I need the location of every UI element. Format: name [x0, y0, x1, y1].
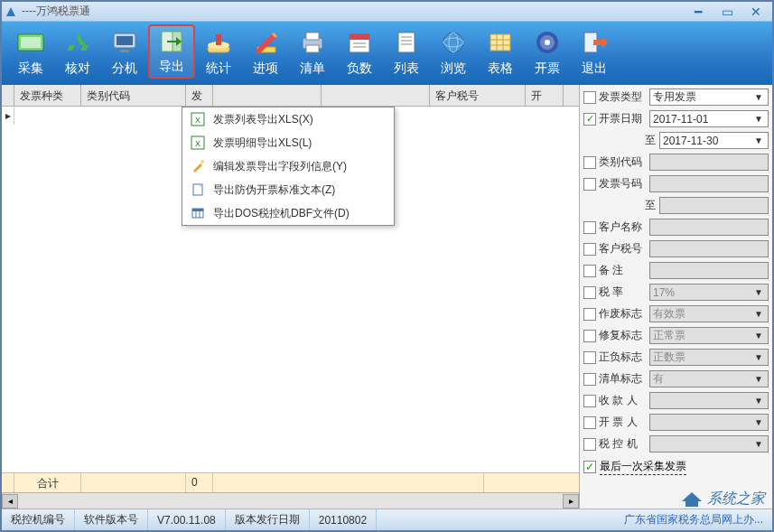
house-icon — [680, 490, 704, 509]
filter-field[interactable]: 正常票▼ — [649, 327, 769, 344]
menu-export-dos-dbf[interactable]: 导出DOS税控机DBF文件(D) — [182, 201, 394, 225]
titlebar: ----万鸿税票通 ━ ▭ ✕ — [2, 2, 772, 22]
filter-checkbox[interactable] — [583, 351, 596, 364]
filter-field[interactable] — [659, 197, 769, 214]
menu-edit-export-fields[interactable]: 编辑发票导出字段列信息(Y) — [182, 154, 394, 178]
filter-checkbox[interactable]: ✓ — [583, 113, 596, 126]
wand-icon — [190, 158, 206, 174]
filter-row: ✓开票日期2017-11-01▼ — [583, 108, 769, 129]
toolbar-invoice[interactable]: 开票 — [524, 24, 571, 79]
toolbar-stats[interactable]: 统计 — [195, 24, 242, 79]
toolbar-branch[interactable]: 分机 — [101, 24, 148, 79]
filter-field[interactable]: 专用发票▼ — [649, 89, 769, 106]
toolbar-export[interactable]: 导出 — [148, 24, 195, 79]
close-button[interactable]: ✕ — [743, 5, 769, 19]
menu-export-detail-xls[interactable]: X发票明细导出XLS(L) — [182, 131, 394, 154]
filter-checkbox[interactable] — [583, 330, 596, 342]
toolbar-input[interactable]: 进项 — [242, 24, 289, 79]
col-kai[interactable]: 开 — [526, 85, 564, 106]
toolbar-table[interactable]: 列表 — [383, 24, 430, 79]
dropdown-arrow-icon[interactable]: ▼ — [752, 287, 765, 297]
filter-field[interactable]: 17%▼ — [649, 284, 769, 301]
toolbar-verify[interactable]: 核对 — [54, 24, 101, 79]
grid-body[interactable]: ▸ X发票列表导出XLS(X) X发票明细导出XLS(L) 编辑发票导出字段列信… — [2, 107, 579, 472]
watermark: 系统之家 — [680, 490, 765, 509]
table-icon — [190, 205, 206, 221]
filter-label: 清单标志 — [599, 371, 649, 387]
filter-field[interactable]: ▼ — [649, 414, 769, 431]
filter-field[interactable] — [649, 154, 769, 171]
toolbar-negative[interactable]: 负数 — [336, 24, 383, 79]
col-customer-tax[interactable]: 客户税号 — [430, 85, 526, 106]
dropdown-arrow-icon[interactable]: ▼ — [752, 331, 765, 341]
filter-row: 至 — [583, 195, 769, 216]
filter-row: 修复标志正常票▼ — [583, 325, 769, 346]
scroll-right-button[interactable]: ▸ — [563, 494, 579, 509]
filter-field[interactable]: 有▼ — [649, 370, 769, 387]
filter-label: 客户税号 — [599, 241, 649, 257]
filter-checkbox[interactable] — [583, 243, 596, 256]
filter-field[interactable]: 2017-11-30▼ — [659, 132, 769, 149]
minimize-button[interactable]: ━ — [685, 5, 711, 19]
footer-marker — [2, 473, 14, 492]
maximize-button[interactable]: ▭ — [714, 5, 740, 19]
filter-checkbox[interactable] — [583, 373, 596, 386]
last-collect-row: ✓最后一次采集发票 — [583, 459, 769, 475]
filter-field[interactable]: 有效票▼ — [649, 305, 769, 322]
filter-row: 客户名称 — [583, 217, 769, 238]
filter-field[interactable]: 2017-11-01▼ — [649, 110, 769, 127]
filter-field[interactable]: ▼ — [649, 435, 769, 453]
col-blank1[interactable] — [213, 85, 322, 106]
filter-field[interactable] — [649, 240, 769, 257]
col-blank2[interactable] — [322, 85, 430, 106]
dropdown-arrow-icon[interactable]: ▼ — [752, 309, 765, 319]
dropdown-arrow-icon[interactable]: ▼ — [752, 396, 765, 406]
filter-checkbox[interactable] — [583, 156, 596, 169]
scroll-left-button[interactable]: ◂ — [2, 494, 18, 509]
last-collect-checkbox[interactable]: ✓ — [583, 461, 596, 473]
toolbar-browse[interactable]: 浏览 — [430, 24, 477, 79]
filter-checkbox[interactable] — [583, 416, 596, 429]
svg-rect-16 — [350, 34, 369, 40]
toolbar-list[interactable]: 清单 — [289, 24, 336, 79]
dropdown-arrow-icon[interactable]: ▼ — [752, 135, 765, 145]
filter-checkbox[interactable] — [583, 286, 596, 299]
filter-row: 备 注 — [583, 260, 769, 281]
filter-checkbox[interactable] — [583, 178, 596, 191]
row-marker-header — [2, 85, 14, 106]
menu-export-antifake-text[interactable]: 导出防伪开票标准文本(Z) — [182, 178, 394, 201]
filter-checkbox[interactable] — [583, 395, 596, 407]
horizontal-scrollbar[interactable]: ◂ ▸ — [2, 492, 579, 509]
filter-checkbox[interactable] — [583, 91, 596, 104]
dropdown-arrow-icon[interactable]: ▼ — [752, 374, 765, 384]
toolbar-exit[interactable]: 退出 — [571, 24, 618, 79]
status-right-link[interactable]: 广东省国家税务总局网上办... — [615, 509, 772, 530]
scroll-track[interactable] — [18, 494, 563, 509]
svg-rect-14 — [306, 45, 319, 52]
toolbar-collect[interactable]: 采集 — [7, 24, 54, 79]
filter-checkbox[interactable] — [583, 438, 596, 451]
filter-field[interactable]: 正数票▼ — [649, 349, 769, 366]
filter-checkbox[interactable] — [583, 221, 596, 234]
dropdown-arrow-icon[interactable]: ▼ — [752, 114, 765, 124]
col-fa[interactable]: 发 — [186, 85, 213, 106]
dropdown-arrow-icon[interactable]: ▼ — [752, 439, 765, 449]
col-category-code[interactable]: 类别代码 — [81, 85, 186, 106]
filter-field[interactable]: ▼ — [649, 392, 769, 409]
footer-total-value: 0 — [186, 473, 213, 492]
filter-checkbox[interactable] — [583, 265, 596, 277]
grid-header: 发票种类 类别代码 发 客户税号 开 — [2, 85, 579, 107]
filter-field[interactable] — [649, 175, 769, 192]
dropdown-arrow-icon[interactable]: ▼ — [752, 92, 765, 102]
filter-label: 备 注 — [599, 263, 649, 278]
filter-field[interactable] — [649, 262, 769, 279]
filter-checkbox[interactable] — [583, 308, 596, 321]
dropdown-arrow-icon[interactable]: ▼ — [752, 417, 765, 427]
toolbar-grid[interactable]: 表格 — [477, 24, 524, 79]
col-invoice-kind[interactable]: 发票种类 — [14, 85, 81, 106]
app-logo-icon — [5, 6, 16, 17]
filter-field[interactable] — [649, 219, 769, 236]
menu-export-list-xls[interactable]: X发票列表导出XLS(X) — [182, 107, 394, 131]
document-icon — [391, 29, 422, 56]
dropdown-arrow-icon[interactable]: ▼ — [752, 352, 765, 362]
